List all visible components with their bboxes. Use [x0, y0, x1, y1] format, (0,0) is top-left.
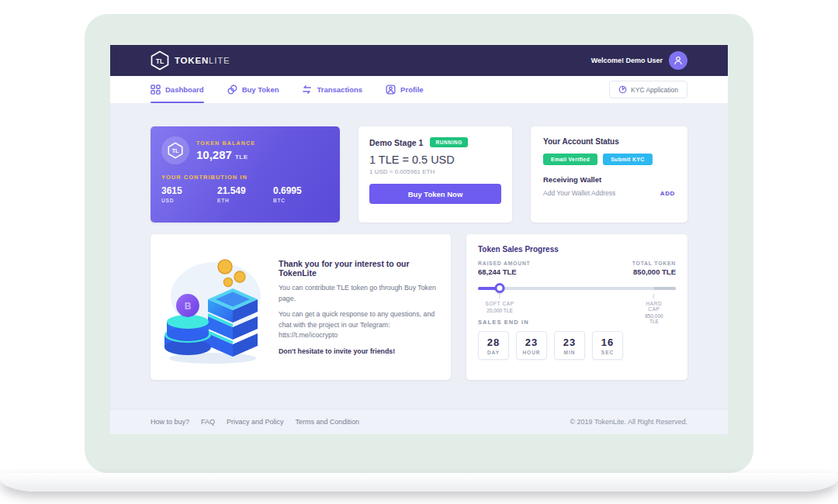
- token-balance-unit: TLE: [235, 154, 248, 161]
- raised-amount-block: RAISED AMOUNT 68,244 TLE: [478, 261, 531, 276]
- total-token-value: 850,000 TLE: [632, 268, 676, 276]
- countdown-day-box: 28 DAY: [478, 331, 509, 360]
- kyc-application-button[interactable]: KYC Application: [609, 81, 687, 98]
- contribution-eth-label: ETH: [217, 198, 273, 203]
- crypto-stack-illustration: B: [158, 247, 268, 368]
- receiving-wallet-title: Receiving Wallet: [543, 175, 675, 184]
- cap-markers: SOFT CAP 20,000 TLE HARD CAP 850,000 TLE: [478, 294, 676, 313]
- user-menu[interactable]: Welcome! Demo User: [591, 51, 687, 70]
- welcome-paragraph-2: You can get a quick response to any ques…: [279, 309, 437, 341]
- laptop-base: [0, 473, 838, 492]
- token-coin-badge: TL: [161, 136, 189, 164]
- contribution-usd-label: USD: [161, 198, 217, 203]
- hard-cap-tick: [653, 294, 654, 299]
- countdown-sec-value: 16: [601, 337, 614, 348]
- svg-text:B: B: [185, 301, 192, 312]
- laptop-mockup: TL TOKENLITE Welcome! Demo User: [85, 14, 753, 473]
- kyc-button-label: KYC Application: [631, 86, 678, 94]
- profile-icon: [386, 85, 396, 95]
- dashboard-screen: TL TOKENLITE Welcome! Demo User: [110, 45, 728, 434]
- contribution-values: 3615 USD 21.549 ETH 0.6995 BTC: [161, 185, 329, 203]
- footer: How to buy? FAQ Privacy and Policy Terms…: [110, 409, 728, 434]
- pie-chart-icon: [618, 85, 627, 94]
- token-hexagon-icon: TL: [168, 142, 183, 159]
- tokenlite-logo[interactable]: TL TOKENLITE: [151, 50, 230, 71]
- soft-cap-label: SOFT CAP: [485, 301, 514, 306]
- svg-text:TL: TL: [156, 57, 164, 65]
- countdown-min-value: 23: [563, 337, 576, 348]
- contribution-usd-value: 3615: [161, 185, 217, 196]
- token-balance-label: TOKEN BALANCE: [196, 140, 255, 146]
- soft-cap-value: 20,000 TLE: [485, 308, 514, 313]
- countdown-row: 28 DAY 23 HOUR 23 MIN 16: [478, 331, 676, 360]
- tab-label: Dashboard: [165, 85, 204, 94]
- soft-cap-marker: SOFT CAP 20,000 TLE: [485, 294, 514, 313]
- soft-cap-tick: [500, 294, 500, 299]
- token-sub-rate: 1 USD = 0.005961 ETH: [369, 168, 501, 175]
- welcome-text: Welcome! Demo User: [591, 57, 663, 64]
- tab-label: Transactions: [317, 85, 362, 94]
- submit-kyc-badge[interactable]: Submit KYC: [603, 154, 652, 165]
- footer-link-how-to-buy[interactable]: How to buy?: [151, 418, 189, 426]
- token-sales-progress-card: Token Sales Progress RAISED AMOUNT 68,24…: [466, 234, 687, 380]
- coins-icon: [227, 85, 237, 95]
- user-icon: [673, 55, 684, 66]
- tab-buy-token[interactable]: Buy Token: [227, 76, 279, 103]
- countdown-min-unit: MIN: [564, 350, 576, 355]
- add-wallet-link[interactable]: ADD: [660, 190, 675, 197]
- token-balance-amount: 10,287: [196, 148, 232, 161]
- hard-cap-label: HARD CAP: [643, 301, 665, 312]
- nav-bar: Dashboard Buy Token Transactions: [110, 76, 728, 103]
- tab-label: Profile: [400, 85, 424, 94]
- main-content: TL TOKEN BALANCE 10,287 TLE YOUR CONTRIB…: [110, 103, 728, 409]
- wallet-address-hint: Add Your Wallet Address: [543, 189, 615, 197]
- progress-track: [478, 287, 676, 290]
- countdown-min-box: 23 MIN: [554, 331, 585, 360]
- footer-link-terms[interactable]: Terms and Condition: [296, 418, 360, 426]
- countdown-sec-unit: SEC: [601, 350, 614, 355]
- welcome-message-title: Thank you for your interest to our Token…: [279, 259, 437, 278]
- token-rate: 1 TLE = 0.5 USD: [369, 154, 501, 166]
- progress-title: Token Sales Progress: [478, 245, 676, 254]
- tab-profile[interactable]: Profile: [386, 76, 424, 103]
- sale-stage-card: Demo Stage 1 RUNNING 1 TLE = 0.5 USD 1 U…: [358, 126, 512, 223]
- buy-token-now-button[interactable]: Buy Token Now: [369, 184, 501, 204]
- raised-amount-value: 68,244 TLE: [478, 268, 531, 276]
- summary-cards-row: TL TOKEN BALANCE 10,287 TLE YOUR CONTRIB…: [151, 126, 687, 223]
- progress-handle[interactable]: [495, 283, 505, 293]
- tab-dashboard[interactable]: Dashboard: [151, 76, 204, 103]
- welcome-message-card: B Thank you for your interest to our Tok…: [151, 234, 451, 380]
- svg-text:TL: TL: [172, 148, 179, 154]
- footer-links: How to buy? FAQ Privacy and Policy Terms…: [151, 418, 359, 426]
- footer-link-faq[interactable]: FAQ: [201, 418, 215, 426]
- contribution-label: YOUR CONTRIBUTION IN: [161, 174, 329, 181]
- brand-wordmark: TOKENLITE: [175, 56, 230, 65]
- tab-label: Buy Token: [242, 85, 279, 94]
- account-status-card: Your Account Status Email Verified Submi…: [531, 126, 687, 223]
- account-status-title: Your Account Status: [543, 137, 675, 146]
- countdown-hour-unit: HOUR: [522, 350, 540, 355]
- email-verified-badge[interactable]: Email Verified: [543, 154, 597, 165]
- welcome-paragraph-1: You can contribute TLE token go through …: [279, 283, 437, 304]
- contribution-eth-value: 21.549: [217, 185, 273, 196]
- countdown-day-unit: DAY: [487, 350, 500, 355]
- top-header-bar: TL TOKENLITE Welcome! Demo User: [110, 45, 728, 76]
- countdown-sec-box: 16 SEC: [592, 331, 623, 360]
- countdown-hour-box: 23 HOUR: [516, 331, 547, 360]
- swap-arrows-icon: [302, 85, 312, 95]
- total-token-block: TOTAL TOKEN 850,000 TLE: [632, 261, 676, 276]
- avatar[interactable]: [669, 51, 687, 70]
- sales-progress-slider: [478, 283, 676, 293]
- tab-transactions[interactable]: Transactions: [302, 76, 362, 103]
- lower-cards-row: B Thank you for your interest to our Tok…: [151, 234, 687, 380]
- token-balance-card: TL TOKEN BALANCE 10,287 TLE YOUR CONTRIB…: [151, 126, 340, 223]
- countdown-hour-value: 23: [525, 337, 538, 348]
- grid-icon: [151, 85, 161, 95]
- footer-link-privacy[interactable]: Privacy and Policy: [227, 418, 284, 426]
- contribution-btc-value: 0.6995: [273, 185, 329, 196]
- hard-cap-marker: HARD CAP 850,000 TLE: [643, 294, 665, 324]
- welcome-invite-line: Don't hesitate to invite your friends!: [279, 347, 437, 355]
- hard-cap-value: 850,000 TLE: [643, 313, 665, 324]
- total-token-label: TOTAL TOKEN: [632, 261, 676, 266]
- contribution-btc-label: BTC: [273, 198, 329, 203]
